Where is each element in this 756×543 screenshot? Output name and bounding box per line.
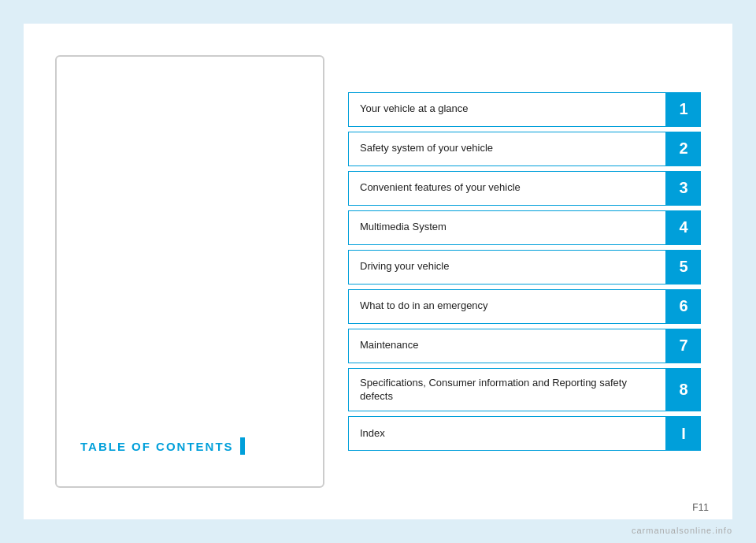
toc-item-number: 3 [666,171,701,206]
toc-item-label: Index [348,416,666,451]
toc-item-number: 8 [666,368,701,412]
table-row[interactable]: Convenient features of your vehicle3 [348,171,701,206]
table-row[interactable]: Specifications, Consumer information and… [348,368,701,412]
toc-title-bar-icon [240,437,245,455]
toc-item-label: Specifications, Consumer information and… [348,368,666,412]
toc-item-label: Maintenance [348,329,666,363]
watermark-text: carmanualsonline.info [632,526,732,535]
table-row[interactable]: Maintenance7 [348,329,701,363]
footer-page-number: F11 [692,502,709,513]
toc-item-label: Multimedia System [348,210,666,245]
left-panel: TABLE OF CONTENTS [55,55,324,488]
table-row[interactable]: What to do in an emergency6 [348,289,701,324]
toc-item-number: I [666,416,701,451]
toc-item-number: 1 [666,92,701,127]
toc-item-label: Safety system of your vehicle [348,132,666,166]
table-row[interactable]: IndexI [348,416,701,451]
page-container: TABLE OF CONTENTS Your vehicle at a glan… [24,24,732,519]
toc-title-block: TABLE OF CONTENTS [80,437,245,455]
toc-item-number: 6 [666,289,701,324]
toc-item-number: 7 [666,329,701,363]
toc-item-number: 5 [666,250,701,285]
right-panel: Your vehicle at a glance1Safety system o… [324,24,732,519]
toc-item-number: 4 [666,210,701,245]
table-row[interactable]: Safety system of your vehicle2 [348,132,701,166]
toc-item-label: Driving your vehicle [348,250,666,285]
toc-item-label: What to do in an emergency [348,289,666,324]
table-row[interactable]: Multimedia System4 [348,210,701,245]
table-row[interactable]: Driving your vehicle5 [348,250,701,285]
toc-item-label: Convenient features of your vehicle [348,171,666,206]
toc-item-number: 2 [666,132,701,166]
toc-item-label: Your vehicle at a glance [348,92,666,127]
toc-title-text: TABLE OF CONTENTS [80,440,234,453]
table-row[interactable]: Your vehicle at a glance1 [348,92,701,127]
